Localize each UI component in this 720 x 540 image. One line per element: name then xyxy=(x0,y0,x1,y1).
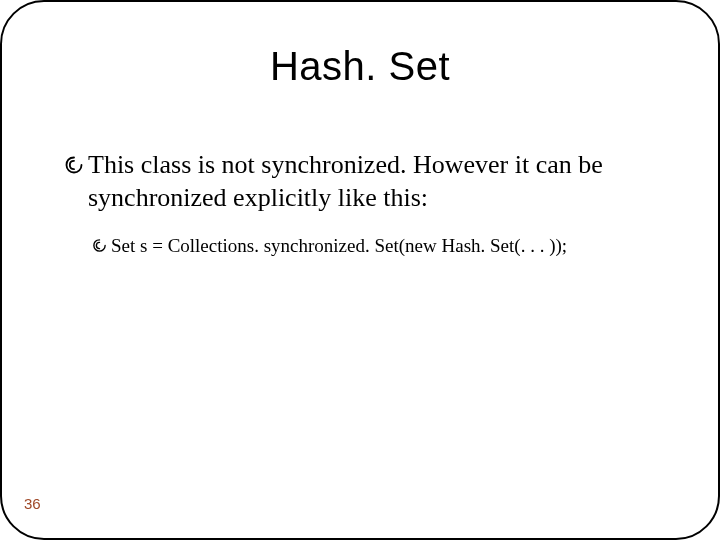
slide-frame: Hash. Set This class is not synchronized… xyxy=(0,0,720,540)
bullet-level1: This class is not synchronized. However … xyxy=(64,149,656,214)
swirl-bullet-icon xyxy=(92,234,107,260)
slide-title: Hash. Set xyxy=(2,44,718,89)
page-number: 36 xyxy=(24,495,41,512)
swirl-bullet-icon xyxy=(64,149,84,184)
bullet-level2: Set s = Collections. synchronized. Set(n… xyxy=(92,234,656,260)
bullet-level2-text: Set s = Collections. synchronized. Set(n… xyxy=(111,234,567,259)
bullet-level1-text: This class is not synchronized. However … xyxy=(88,149,656,214)
slide-body: This class is not synchronized. However … xyxy=(2,149,718,260)
